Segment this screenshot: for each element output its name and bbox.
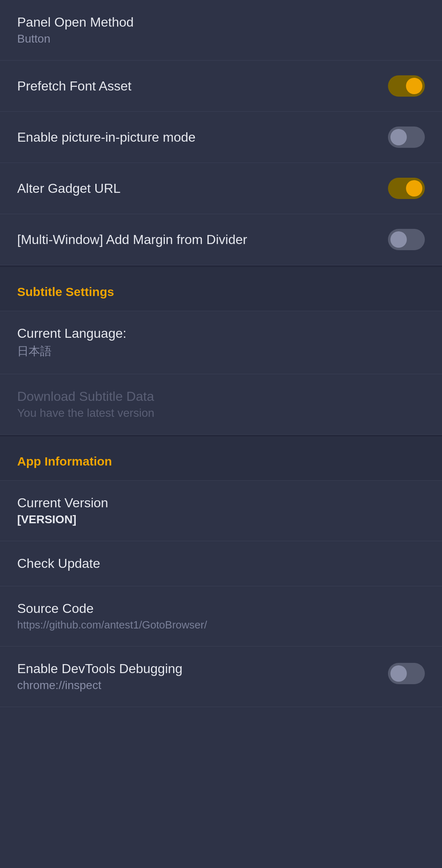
setting-alter-gadget-url: Alter Gadget URL bbox=[0, 163, 442, 214]
source-code-label: Source Code bbox=[17, 601, 425, 616]
setting-source-code[interactable]: Source Code https://github.com/antest1/G… bbox=[0, 586, 442, 646]
setting-current-language: Current Language: 日本語 bbox=[0, 311, 442, 374]
current-language-label: Current Language: bbox=[17, 326, 425, 341]
app-information-header: App Information bbox=[0, 436, 442, 481]
source-code-url: https://github.com/antest1/GotoBrowser/ bbox=[17, 619, 425, 631]
current-language-value: 日本語 bbox=[17, 344, 425, 359]
panel-open-method-value: Button bbox=[17, 32, 425, 45]
setting-check-update[interactable]: Check Update bbox=[0, 541, 442, 586]
pip-mode-toggle[interactable] bbox=[388, 127, 425, 148]
setting-multi-window-margin: [Multi-Window] Add Margin from Divider bbox=[0, 214, 442, 265]
setting-pip-mode: Enable picture-in-picture mode bbox=[0, 112, 442, 163]
prefetch-font-asset-toggle[interactable] bbox=[388, 75, 425, 97]
pip-mode-label: Enable picture-in-picture mode bbox=[17, 130, 196, 145]
app-information-title: App Information bbox=[17, 454, 112, 468]
setting-devtools-debugging: Enable DevTools Debugging chrome://inspe… bbox=[0, 646, 442, 707]
toggle-thumb bbox=[406, 78, 422, 94]
settings-container: Panel Open Method Button Prefetch Font A… bbox=[0, 0, 442, 707]
devtools-debugging-toggle[interactable] bbox=[388, 663, 425, 684]
toggle-thumb bbox=[390, 665, 407, 682]
toggle-track bbox=[388, 178, 425, 199]
setting-prefetch-font-asset: Prefetch Font Asset bbox=[0, 61, 442, 112]
panel-open-method-label: Panel Open Method bbox=[17, 15, 425, 30]
multi-window-margin-toggle[interactable] bbox=[388, 229, 425, 250]
alter-gadget-url-label: Alter Gadget URL bbox=[17, 181, 121, 196]
toggle-thumb bbox=[390, 231, 407, 248]
check-update-label: Check Update bbox=[17, 556, 425, 571]
toggle-thumb bbox=[406, 180, 422, 197]
setting-current-version: Current Version [VERSION] bbox=[0, 481, 442, 541]
toggle-thumb bbox=[390, 129, 407, 145]
setting-panel-open-method: Panel Open Method Button bbox=[0, 0, 442, 61]
setting-download-subtitle[interactable]: Download Subtitle Data You have the late… bbox=[0, 374, 442, 435]
toggle-track bbox=[388, 663, 425, 684]
subtitle-settings-title: Subtitle Settings bbox=[17, 285, 114, 298]
toggle-track bbox=[388, 127, 425, 148]
toggle-track bbox=[388, 75, 425, 97]
current-version-label: Current Version bbox=[17, 495, 425, 511]
alter-gadget-url-toggle[interactable] bbox=[388, 178, 425, 199]
subtitle-settings-header: Subtitle Settings bbox=[0, 267, 442, 311]
prefetch-font-asset-label: Prefetch Font Asset bbox=[17, 79, 131, 94]
devtools-debugging-label: Enable DevTools Debugging bbox=[17, 661, 183, 676]
devtools-debugging-url: chrome://inspect bbox=[17, 679, 183, 692]
multi-window-margin-label: [Multi-Window] Add Margin from Divider bbox=[17, 232, 247, 247]
download-subtitle-label: Download Subtitle Data bbox=[17, 389, 425, 404]
toggle-track bbox=[388, 229, 425, 250]
current-version-value: [VERSION] bbox=[17, 513, 425, 526]
download-subtitle-status: You have the latest version bbox=[17, 407, 425, 420]
